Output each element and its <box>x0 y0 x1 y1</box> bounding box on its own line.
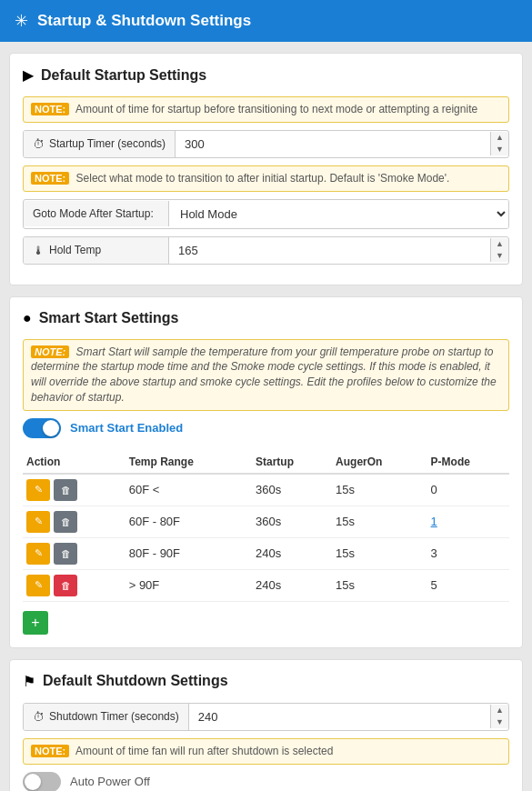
smart-note-label: NOTE: <box>31 345 69 358</box>
shutdown-timer-label: ⏱ Shutdown Timer (seconds) <box>24 704 189 730</box>
col-startup: Startup <box>252 451 332 474</box>
delete-button[interactable]: 🗑 <box>54 575 77 596</box>
clock2-icon: ⏱ <box>33 710 45 724</box>
default-shutdown-card: ⚑ Default Shutdown Settings ⏱ Shutdown T… <box>9 659 523 791</box>
col-temp-range: Temp Range <box>125 451 252 474</box>
table-header-row: Action Temp Range Startup AugerOn P-Mode <box>23 451 509 474</box>
goto-mode-select[interactable]: Hold Mode Smoke Mode Shutdown Mode <box>169 200 508 228</box>
auger-on-cell: 15s <box>332 569 427 601</box>
smart-start-toggle-label: Smart Start Enabled <box>70 421 183 435</box>
smart-start-card: ● Smart Start Settings NOTE: Smart Start… <box>9 296 523 648</box>
shutdown-note1-label: NOTE: <box>31 745 69 757</box>
action-buttons: ✎🗑 <box>26 479 122 501</box>
startup-timer-input[interactable] <box>176 131 490 157</box>
snowflake-icon: ✳ <box>15 11 28 31</box>
note2-label: NOTE: <box>31 172 69 185</box>
auto-power-off-toggle[interactable] <box>23 772 61 791</box>
clock-icon: ⏱ <box>33 137 45 151</box>
thermometer-icon: 🌡 <box>33 244 45 257</box>
smart-note-text: Smart Start will sample the temperature … <box>31 345 497 404</box>
default-shutdown-title: Default Shutdown Settings <box>43 673 228 689</box>
edit-button[interactable]: ✎ <box>26 511 50 533</box>
shutdown-timer-spinner: ▲ ▼ <box>490 705 508 728</box>
startup-timer-up[interactable]: ▲ <box>491 132 508 144</box>
smart-start-note: NOTE: Smart Start will sample the temper… <box>23 339 509 411</box>
temp-range-cell: 60F < <box>125 474 252 506</box>
smart-start-toggle[interactable] <box>23 418 61 438</box>
action-cell: ✎🗑 <box>23 506 125 537</box>
col-action: Action <box>23 451 125 474</box>
default-startup-header: ▶ Default Startup Settings <box>23 66 509 84</box>
goto-mode-label: Goto Mode After Startup: <box>24 201 169 226</box>
p-mode-cell: 3 <box>427 537 509 569</box>
edit-button[interactable]: ✎ <box>26 479 50 501</box>
auger-on-cell: 15s <box>332 474 427 506</box>
startup-cell: 240s <box>252 537 332 569</box>
startup-timer-row: ⏱ Startup Timer (seconds) ▲ ▼ <box>23 130 509 158</box>
action-cell: ✎🗑 <box>23 537 125 569</box>
smart-start-table: Action Temp Range Startup AugerOn P-Mode… <box>23 451 509 602</box>
note2-text: Select what mode to transition to after … <box>76 172 450 185</box>
delete-button[interactable]: 🗑 <box>54 511 77 533</box>
toggle-knob <box>43 420 59 436</box>
brain-icon: ● <box>23 310 32 326</box>
delete-button[interactable]: 🗑 <box>54 543 77 565</box>
hold-temp-down[interactable]: ▼ <box>491 250 508 262</box>
note1-label: NOTE: <box>31 103 69 115</box>
temp-range-cell: 80F - 90F <box>125 537 252 569</box>
smart-start-title: Smart Start Settings <box>39 310 179 326</box>
goto-mode-row: Goto Mode After Startup: Hold Mode Smoke… <box>23 199 509 229</box>
hold-temp-up[interactable]: ▲ <box>491 238 508 250</box>
action-cell: ✎🗑 <box>23 569 125 601</box>
action-buttons: ✎🗑 <box>26 511 122 533</box>
table-row: ✎🗑> 90F240s15s5 <box>23 569 509 601</box>
startup-note1: NOTE: Amount of time for startup before … <box>23 96 509 123</box>
edit-button[interactable]: ✎ <box>26 575 50 596</box>
startup-cell: 360s <box>252 506 332 537</box>
col-p-mode: P-Mode <box>427 451 509 474</box>
action-buttons: ✎🗑 <box>26 543 122 565</box>
startup-timer-spinner: ▲ ▼ <box>490 132 508 155</box>
shutdown-note1: NOTE: Amount of time fan will run after … <box>23 738 509 765</box>
hold-temp-spinner: ▲ ▼ <box>490 238 508 262</box>
note1-text: Amount of time for startup before transi… <box>75 103 477 115</box>
shutdown-note1-text: Amount of time fan will run after shutdo… <box>75 745 333 757</box>
page-title: Startup & Shutdown Settings <box>37 12 251 30</box>
startup-timer-label: ⏱ Startup Timer (seconds) <box>24 131 176 157</box>
auger-on-cell: 15s <box>332 537 427 569</box>
default-startup-card: ▶ Default Startup Settings NOTE: Amount … <box>9 53 523 285</box>
temp-range-cell: 60F - 80F <box>125 506 252 537</box>
play-icon: ▶ <box>23 66 34 84</box>
shutdown-timer-row: ⏱ Shutdown Timer (seconds) ▲ ▼ <box>23 703 509 731</box>
smart-start-toggle-row: Smart Start Enabled <box>23 418 509 438</box>
hold-temp-label: 🌡 Hold Temp <box>24 237 169 264</box>
startup-timer-down[interactable]: ▼ <box>491 144 508 155</box>
hold-temp-row: 🌡 Hold Temp ▲ ▼ <box>23 236 509 265</box>
add-profile-button[interactable]: + <box>23 611 48 635</box>
shutdown-timer-down[interactable]: ▼ <box>491 716 508 728</box>
p-mode-cell: 5 <box>427 569 509 601</box>
action-buttons: ✎🗑 <box>26 575 122 596</box>
smart-start-header: ● Smart Start Settings <box>23 310 509 326</box>
p-mode-cell[interactable]: 1 <box>427 506 509 537</box>
page-header: ✳ Startup & Shutdown Settings <box>0 0 532 42</box>
startup-cell: 240s <box>252 569 332 601</box>
default-startup-title: Default Startup Settings <box>41 67 206 84</box>
table-row: ✎🗑80F - 90F240s15s3 <box>23 537 509 569</box>
default-shutdown-header: ⚑ Default Shutdown Settings <box>23 673 509 690</box>
startup-cell: 360s <box>252 474 332 506</box>
p-mode-cell: 0 <box>427 474 509 506</box>
edit-button[interactable]: ✎ <box>26 543 50 565</box>
shutdown-timer-input[interactable] <box>189 704 490 730</box>
table-row: ✎🗑60F <360s15s0 <box>23 474 509 506</box>
startup-note2: NOTE: Select what mode to transition to … <box>23 165 509 192</box>
flag-icon: ⚑ <box>23 673 35 690</box>
shutdown-timer-up[interactable]: ▲ <box>491 705 508 716</box>
delete-button[interactable]: 🗑 <box>54 479 77 501</box>
auto-power-off-knob <box>25 774 41 790</box>
col-auger-on: AugerOn <box>332 451 427 474</box>
temp-range-cell: > 90F <box>125 569 252 601</box>
hold-temp-input[interactable] <box>169 237 490 264</box>
auger-on-cell: 15s <box>332 506 427 537</box>
auto-power-off-row: Auto Power Off <box>23 772 509 791</box>
